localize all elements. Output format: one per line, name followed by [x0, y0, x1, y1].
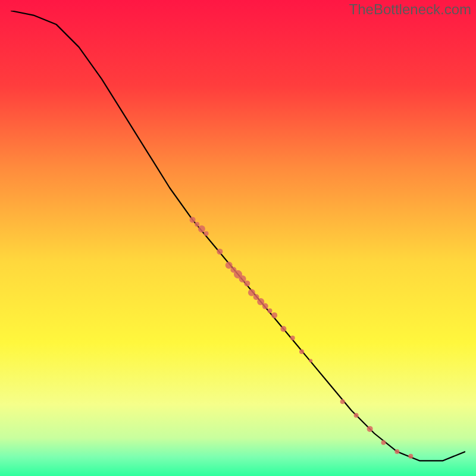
- watermark-text: TheBottleneck.com: [349, 1, 471, 18]
- data-point: [262, 303, 268, 309]
- scatter-points: [190, 217, 414, 458]
- data-point: [340, 399, 345, 404]
- data-point: [271, 312, 277, 318]
- data-point: [280, 326, 286, 332]
- data-point: [299, 349, 304, 354]
- chart-container: TheBottleneck.com: [0, 0, 476, 476]
- data-point: [268, 308, 273, 313]
- data-point: [195, 222, 199, 227]
- data-point: [198, 226, 205, 233]
- data-point: [367, 426, 373, 432]
- bottleneck-curve: [11, 11, 465, 461]
- data-point: [381, 440, 386, 445]
- data-point: [217, 249, 223, 255]
- data-point: [408, 454, 413, 459]
- data-point: [244, 280, 250, 286]
- data-point: [309, 359, 312, 362]
- data-point: [354, 413, 359, 418]
- data-point: [190, 217, 196, 223]
- plot-svg: [11, 11, 465, 465]
- data-point: [394, 449, 399, 454]
- data-point: [204, 231, 209, 236]
- data-point: [290, 336, 295, 340]
